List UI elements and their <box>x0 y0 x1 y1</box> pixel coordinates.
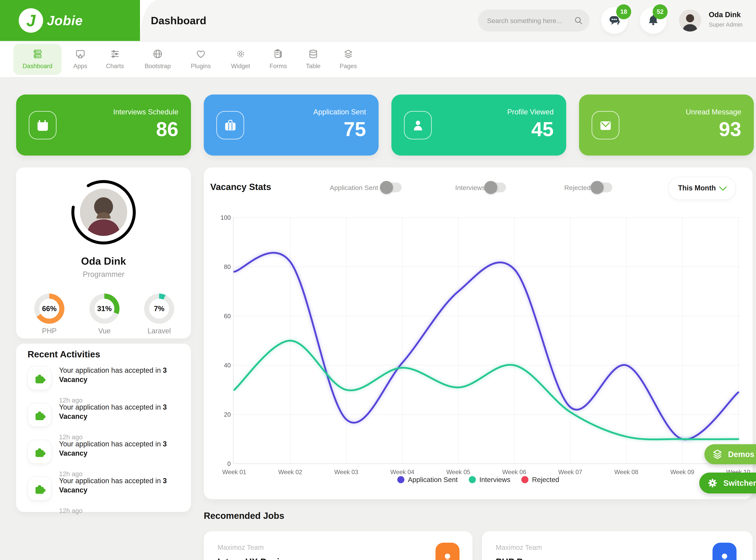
gear-icon <box>707 477 718 489</box>
job-card[interactable]: Maximoz Team PHP Programmer <box>482 531 753 560</box>
svg-text:Week 02: Week 02 <box>279 468 302 476</box>
activity-text: Your application has accepted in <box>59 366 163 374</box>
tab-dashboard[interactable]: Dashboard <box>14 44 62 75</box>
skill-percent: 7% <box>149 299 169 319</box>
legend-label: Interviews <box>479 476 511 484</box>
job-card[interactable]: Maximoz Team Intern UX Designer <box>204 531 472 560</box>
toggle-application-sent[interactable] <box>382 182 402 193</box>
skill-donut-laravel: 7% <box>144 294 174 324</box>
recommended-jobs-heading: Recomended Jobs <box>204 511 284 521</box>
demos-label: Demos <box>728 450 754 459</box>
legend-dot <box>521 476 528 483</box>
calendar-icon <box>29 111 57 139</box>
job-company-icon <box>435 543 459 560</box>
stat-card-interviews: Interviews Schedule 86 <box>16 95 191 156</box>
search-icon[interactable] <box>574 16 583 26</box>
skill-percent: 66% <box>39 299 59 319</box>
job-title: PHP Programmer <box>496 557 571 560</box>
svg-text:Week 05: Week 05 <box>446 468 470 476</box>
puzzle-icon <box>27 440 52 464</box>
user-name[interactable]: Oda Dink <box>709 11 741 19</box>
tab-plugins[interactable]: Plugins <box>181 44 221 75</box>
logo-text: Jobie <box>47 0 83 41</box>
svg-text:20: 20 <box>224 411 231 418</box>
clipboard-icon <box>259 49 298 59</box>
legend-interviews[interactable]: Interviews <box>469 476 511 484</box>
switcher-button[interactable]: Switcher <box>699 473 756 494</box>
switcher-label: Switcher <box>723 479 756 487</box>
tab-forms[interactable]: Forms <box>259 44 298 75</box>
stat-label: Application Sent <box>313 108 366 116</box>
stat-label: Profile Viewed <box>507 108 554 116</box>
vacancy-line-chart: 020406080100Week 01Week 02Week 03Week 04… <box>212 209 750 490</box>
tab-label: Bootstrap <box>138 63 177 70</box>
job-team: Maximoz Team <box>496 543 542 551</box>
vacancy-stats-title: Vacancy Stats <box>210 182 271 192</box>
legend-label: Application Sent <box>408 476 458 484</box>
skill-label: PHP <box>34 327 64 335</box>
skill-label: Laravel <box>144 327 174 335</box>
toggle-rejected[interactable] <box>593 182 612 193</box>
envelope-icon <box>592 111 619 139</box>
chevron-down-icon <box>719 186 727 191</box>
logo-icon: J <box>19 8 43 33</box>
legend-application-sent[interactable]: Application Sent <box>397 476 458 484</box>
legend-dot <box>469 476 476 483</box>
puzzle-icon <box>27 403 52 427</box>
notifications-badge: 52 <box>653 4 668 19</box>
layers-icon <box>712 449 723 460</box>
period-dropdown[interactable]: This Month <box>668 177 736 200</box>
job-title: Intern UX Designer <box>218 557 299 560</box>
skill-percent: 31% <box>95 299 115 319</box>
legend-dot <box>397 476 404 483</box>
svg-text:80: 80 <box>224 263 231 271</box>
logo-letter: J <box>26 12 36 29</box>
svg-text:0: 0 <box>227 460 231 467</box>
toggle-label-application-sent: Application Sent <box>330 184 378 192</box>
job-team: Maximoz Team <box>218 543 264 551</box>
tab-apps[interactable]: Apps <box>61 44 100 75</box>
main-nav: Dashboard Apps Charts Bootstrap Plugins … <box>0 42 756 78</box>
tab-charts[interactable]: Charts <box>95 44 135 75</box>
job-company-icon <box>713 543 736 560</box>
tab-widget[interactable]: Widget <box>221 44 260 75</box>
legend-rejected[interactable]: Rejected <box>521 476 559 484</box>
heart-icon <box>181 49 221 59</box>
svg-text:40: 40 <box>224 362 231 369</box>
gear-icon <box>221 49 260 59</box>
tab-pages[interactable]: Pages <box>329 44 368 75</box>
stat-value: 93 <box>719 118 741 141</box>
period-value: This Month <box>678 184 716 192</box>
profile-role: Programmer <box>16 270 191 279</box>
activity-time: 12h ago <box>59 507 82 515</box>
svg-text:Week 06: Week 06 <box>502 468 526 476</box>
activity-text: Your application has accepted in <box>59 477 163 485</box>
apps-icon <box>61 49 100 59</box>
svg-text:Week 07: Week 07 <box>558 468 583 476</box>
profile-avatar <box>80 188 127 236</box>
dashboard-icon <box>14 49 62 59</box>
demos-button[interactable]: Demos <box>704 444 756 464</box>
stat-label: Unread Message <box>686 108 741 116</box>
sliders-icon <box>95 49 135 59</box>
search-input[interactable] <box>487 9 574 32</box>
svg-text:Week 01: Week 01 <box>222 468 246 476</box>
avatar-image <box>679 9 701 32</box>
svg-text:Week 08: Week 08 <box>614 468 638 476</box>
stat-value: 86 <box>156 118 178 141</box>
skill-donut-vue: 31% <box>89 294 120 324</box>
chat-badge: 18 <box>616 4 631 19</box>
skill-label: Vue <box>89 327 120 335</box>
svg-text:Week 03: Week 03 <box>334 468 358 476</box>
user-avatar[interactable] <box>679 9 701 32</box>
tab-label: Charts <box>95 63 135 70</box>
activity-text: Your application has accepted in <box>59 403 163 411</box>
svg-text:60: 60 <box>224 313 231 320</box>
puzzle-icon <box>27 477 52 501</box>
tab-table[interactable]: Table <box>293 44 333 75</box>
tab-label: Plugins <box>181 63 221 70</box>
tab-bootstrap[interactable]: Bootstrap <box>138 44 177 75</box>
stat-card-applications: Application Sent 75 <box>204 95 379 156</box>
svg-text:Week 09: Week 09 <box>670 468 694 476</box>
toggle-interviews[interactable] <box>486 182 506 193</box>
